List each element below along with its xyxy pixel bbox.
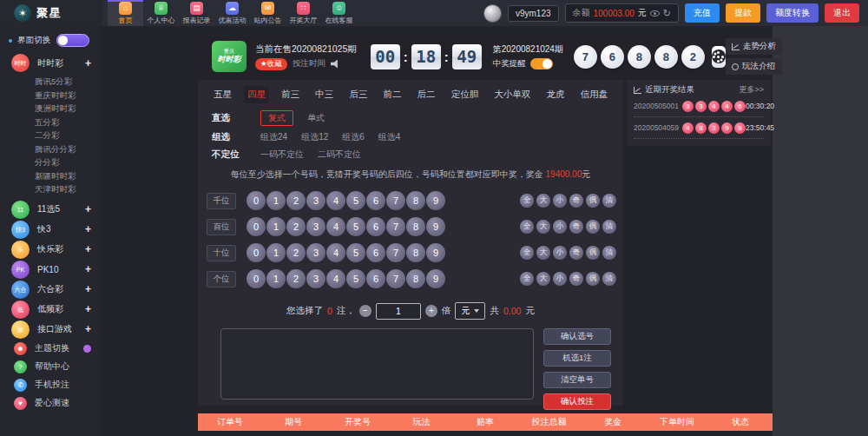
- option-fushi[interactable]: 复式: [260, 110, 293, 126]
- win-remind-toggle[interactable]: [530, 58, 553, 69]
- eye-icon[interactable]: [650, 10, 660, 17]
- sidebar-group-k3[interactable]: 快3 快3 +: [0, 220, 100, 240]
- theme-dot-icon[interactable]: [83, 345, 91, 353]
- expand-icon[interactable]: +: [85, 243, 91, 255]
- digit-ball[interactable]: 6: [366, 243, 385, 262]
- quick-small[interactable]: 小: [553, 272, 567, 286]
- quick-clear[interactable]: 清: [602, 246, 616, 260]
- digit-ball[interactable]: 5: [346, 217, 365, 236]
- expand-icon[interactable]: +: [85, 283, 91, 295]
- nav-item-home[interactable]: ⌂ 首页: [108, 0, 143, 26]
- quick-clear[interactable]: 清: [602, 272, 616, 286]
- digit-ball[interactable]: 8: [406, 243, 425, 262]
- digit-ball[interactable]: 1: [266, 269, 286, 288]
- nav-item-announcements[interactable]: ✉ 站内公告: [250, 0, 286, 26]
- sidebar-item-game[interactable]: 澳洲时时彩: [35, 102, 100, 116]
- quick-odd[interactable]: 奇: [569, 194, 583, 208]
- option-yima-budingwei[interactable]: 一码不定位: [260, 149, 304, 161]
- sidebar-item-game[interactable]: 二分彩: [35, 129, 100, 142]
- play-intro-button[interactable]: 玩法介绍: [726, 58, 782, 75]
- quick-small[interactable]: 小: [553, 246, 567, 260]
- tab-houer[interactable]: 后二: [414, 86, 439, 103]
- interface-toggle[interactable]: [56, 34, 89, 47]
- nav-item-customer-service[interactable]: ☺ 在线客服: [321, 0, 357, 26]
- digit-ball[interactable]: 9: [426, 191, 445, 210]
- sidebar-item-game[interactable]: 腾讯分分彩: [35, 142, 100, 156]
- quick-even[interactable]: 偶: [586, 272, 600, 286]
- sidebar-item-game[interactable]: 分分彩: [35, 155, 100, 169]
- digit-ball[interactable]: 5: [346, 269, 365, 288]
- quick-even[interactable]: 偶: [586, 220, 600, 234]
- digit-ball[interactable]: 4: [326, 191, 345, 210]
- quick-odd[interactable]: 奇: [569, 246, 583, 260]
- expand-icon[interactable]: +: [85, 223, 91, 235]
- tab-housan[interactable]: 后三: [345, 86, 371, 103]
- sidebar-group-11x5[interactable]: 11 11选5 +: [0, 200, 100, 220]
- sidebar-item-mobile-betting[interactable]: ✆ 手机投注: [0, 376, 100, 394]
- digit-ball[interactable]: 2: [286, 243, 306, 262]
- digit-ball[interactable]: 3: [306, 269, 326, 288]
- digit-ball[interactable]: 3: [306, 243, 326, 262]
- quick-even[interactable]: 偶: [586, 194, 600, 208]
- option-erma-budingwei[interactable]: 二码不定位: [318, 149, 361, 161]
- digit-ball[interactable]: 4: [326, 243, 345, 262]
- confirm-pick-button[interactable]: 确认选号: [543, 328, 611, 345]
- digit-ball[interactable]: 0: [247, 243, 266, 262]
- clear-button[interactable]: 清空单号: [543, 372, 611, 388]
- digit-ball[interactable]: 3: [306, 191, 326, 210]
- digit-ball[interactable]: 1: [266, 243, 286, 262]
- nav-item-reports[interactable]: ▤ 报表记录: [179, 0, 214, 26]
- digit-ball[interactable]: 7: [386, 243, 405, 262]
- quick-small[interactable]: 小: [553, 194, 567, 208]
- sidebar-item-game[interactable]: 腾讯5分彩: [35, 75, 100, 89]
- favorite-button[interactable]: ★收藏: [255, 58, 287, 70]
- digit-ball[interactable]: 0: [247, 269, 266, 288]
- quick-odd[interactable]: 奇: [569, 220, 583, 234]
- quick-big[interactable]: 大: [536, 246, 550, 260]
- option-zuxuan4[interactable]: 组选4: [378, 131, 401, 143]
- nav-item-lottery-hall[interactable]: ∷ 开奖大厅: [286, 0, 321, 26]
- more-link[interactable]: 更多>>: [739, 84, 764, 96]
- tab-longhu[interactable]: 龙虎: [542, 86, 568, 103]
- sidebar-item-game[interactable]: 天津时时彩: [35, 182, 100, 196]
- digit-ball[interactable]: 1: [266, 217, 286, 236]
- sidebar-item-theme-switch[interactable]: ☻ 主题切换: [0, 340, 100, 358]
- sidebar-item-game[interactable]: 新疆时时彩: [35, 169, 100, 183]
- tab-xinyongpan[interactable]: 信用盘: [576, 86, 611, 103]
- expand-icon[interactable]: +: [85, 57, 91, 69]
- digit-ball[interactable]: 8: [406, 191, 425, 210]
- digit-ball[interactable]: 2: [286, 217, 306, 236]
- confirm-bet-button[interactable]: 确认投注: [543, 393, 611, 410]
- quick-odd[interactable]: 奇: [569, 272, 583, 286]
- option-zuxuan24[interactable]: 组选24: [260, 131, 287, 143]
- dice-icon[interactable]: [712, 46, 726, 68]
- tab-qiansan[interactable]: 前三: [278, 86, 303, 103]
- digit-ball[interactable]: 7: [386, 191, 405, 210]
- tab-dingweidan[interactable]: 定位胆: [448, 86, 483, 103]
- digit-ball[interactable]: 5: [346, 243, 365, 262]
- tab-qianer[interactable]: 前二: [379, 86, 404, 103]
- quick-small[interactable]: 小: [553, 220, 567, 234]
- digit-ball[interactable]: 9: [426, 217, 445, 236]
- expand-icon[interactable]: +: [85, 203, 91, 215]
- sidebar-group-api-games[interactable]: 游 接口游戏 +: [0, 320, 100, 340]
- sidebar-group-lhc[interactable]: 六合 六合彩 +: [0, 280, 100, 300]
- sidebar-item-help-center[interactable]: ? 帮助中心: [0, 358, 100, 376]
- bet-numbers-textarea[interactable]: [220, 328, 534, 400]
- quick-big[interactable]: 大: [536, 272, 550, 286]
- expand-icon[interactable]: +: [85, 323, 91, 335]
- digit-ball[interactable]: 7: [386, 217, 405, 236]
- quick-all[interactable]: 全: [520, 246, 534, 260]
- quick-all[interactable]: 全: [520, 194, 534, 208]
- minus-stepper[interactable]: −: [359, 305, 372, 317]
- digit-ball[interactable]: 5: [346, 191, 365, 210]
- quick-big[interactable]: 大: [536, 220, 550, 234]
- digit-ball[interactable]: 6: [366, 269, 385, 288]
- sidebar-item-game[interactable]: 五分彩: [35, 116, 100, 129]
- recharge-button[interactable]: 充值: [685, 3, 720, 23]
- withdraw-button[interactable]: 提款: [726, 3, 760, 23]
- plus-stepper[interactable]: +: [425, 305, 437, 317]
- sidebar-group-pk10[interactable]: PK PK10 +: [0, 260, 100, 280]
- logout-button[interactable]: 退出: [825, 3, 859, 23]
- digit-ball[interactable]: 2: [286, 269, 306, 288]
